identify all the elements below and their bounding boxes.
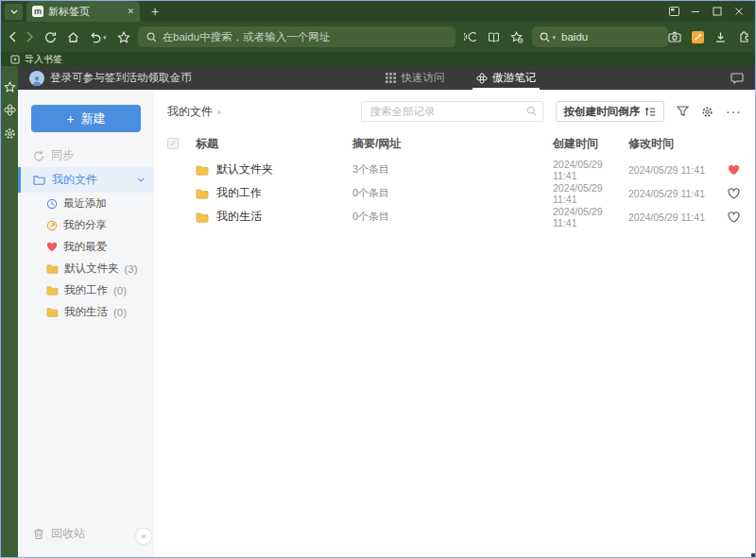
download-icon[interactable] [714, 31, 727, 43]
chevron-down-icon: ▾ [103, 34, 107, 41]
maximize-button[interactable] [711, 5, 724, 18]
filter-funnel-icon[interactable] [677, 106, 689, 117]
tab-label: 傲游笔记 [492, 71, 536, 85]
search-engine-label: baidu [561, 31, 588, 42]
favorite-heart-icon[interactable] [723, 211, 742, 223]
tab-close-icon[interactable]: ✕ [127, 7, 134, 16]
forward-icon[interactable] [26, 31, 34, 42]
new-tab-button[interactable]: + [151, 4, 159, 19]
row-title: 我的生活 [216, 209, 262, 225]
search-icon [540, 32, 550, 42]
item-label: 最近添加 [63, 196, 107, 211]
quick-search-box[interactable]: ▾ baidu [532, 26, 668, 47]
sort-order-button[interactable]: 按创建时间倒序 [556, 101, 665, 122]
item-label: 我的工作 [64, 283, 108, 297]
new-note-button[interactable]: + 新建 [31, 105, 141, 132]
item-label: 我的生活 [64, 305, 108, 319]
row-created: 2024/05/29 11:41 [553, 182, 628, 205]
sidebar-item-default-folder[interactable]: 默认文件夹 (3) [18, 258, 154, 279]
collapse-sidebar-button[interactable]: « [136, 529, 151, 544]
sidebar-item-life-folder[interactable]: 我的生活 (0) [18, 301, 154, 323]
extensions-icon[interactable] [737, 31, 749, 43]
window-controls [667, 5, 755, 18]
sidebar-item-work-folder[interactable]: 我的工作 (0) [18, 279, 154, 301]
note-content: 我的文件 › 按创建时间倒序 [154, 90, 755, 557]
breadcrumb[interactable]: 我的文件 › [167, 104, 221, 120]
resize-grip[interactable] [751, 553, 755, 557]
folder-icon [46, 307, 59, 317]
tab-bar: m 新标签页 ✕ + [1, 1, 755, 22]
folder-icon [196, 188, 209, 199]
sidebar-item-shares[interactable]: 我的分享 [18, 214, 154, 236]
clock-icon [46, 198, 58, 210]
table-row[interactable]: 我的工作 0个条目 2024/05/29 11:41 2024/05/29 11… [154, 181, 755, 205]
favorite-heart-icon[interactable] [723, 164, 742, 176]
item-label: 我的分享 [63, 218, 107, 232]
row-summary: 0个条目 [352, 186, 553, 200]
reading-mode-icon[interactable] [488, 32, 500, 42]
login-text: 登录可参与签到活动领取金币 [50, 71, 192, 85]
undo-close-tab-button[interactable]: ▾ [90, 31, 107, 43]
import-bookmarks-icon [10, 55, 20, 64]
screenshot-camera-icon[interactable] [668, 31, 681, 42]
reload-icon[interactable] [44, 31, 57, 43]
side-rail [1, 66, 18, 557]
maxthon-note-app: 登录可参与签到活动领取金币 快速访问 傲游笔记 [1, 66, 755, 557]
add-favorite-icon[interactable] [510, 31, 524, 43]
table-row[interactable]: 我的生活 0个条目 2024/05/29 11:41 2024/05/29 11… [154, 205, 755, 228]
tab-quick-access[interactable]: 快速访问 [386, 66, 444, 90]
tab-list-dropdown-button[interactable] [5, 4, 23, 20]
recycle-bin-button[interactable]: 回收站 [18, 522, 154, 546]
settings-gear-icon[interactable] [701, 106, 713, 118]
col-created: 创建时间 [553, 136, 628, 152]
favorite-heart-icon[interactable] [723, 188, 742, 199]
col-title: 标题 [182, 136, 352, 152]
feedback-bubble-icon[interactable] [730, 73, 744, 84]
toolbar-right-icons [668, 31, 756, 43]
item-count: (0) [113, 285, 127, 296]
sidebar-item-my-files[interactable]: 我的文件 [18, 167, 154, 193]
notes-clover-icon[interactable] [4, 104, 16, 116]
table-header: ✓ 标题 摘要/网址 创建时间 修改时间 [154, 129, 755, 158]
favorite-star-icon[interactable] [117, 31, 130, 43]
search-engine-dropdown-icon[interactable]: ▾ [553, 34, 557, 41]
login-banner[interactable]: 登录可参与签到活动领取金币 [29, 71, 192, 86]
settings-gear-icon[interactable] [4, 127, 16, 140]
item-count: (3) [125, 263, 138, 275]
more-options-icon[interactable]: ··· [726, 104, 742, 119]
recycle-bin-label: 回收站 [51, 526, 85, 542]
browser-tab-new-tab[interactable]: m 新标签页 ✕ [26, 1, 140, 22]
row-modified: 2024/05/29 11:41 [628, 211, 723, 223]
browser-toolbar: ▾ 在baidu中搜索，或者输入一个网址 ▾ baidu [1, 22, 755, 52]
tab-maxnote[interactable]: 傲游笔记 [476, 66, 536, 90]
import-bookmarks-button[interactable]: 导入书签 [25, 53, 62, 66]
address-bar[interactable]: 在baidu中搜索，或者输入一个网址 [138, 26, 455, 47]
record-search-input[interactable] [361, 101, 543, 122]
sidebar-item-recent[interactable]: 最近添加 [18, 193, 154, 214]
favorites-star-icon[interactable] [4, 81, 16, 93]
plus-icon: + [66, 111, 74, 127]
home-icon[interactable] [67, 31, 79, 43]
back-icon[interactable] [9, 31, 16, 42]
sidebar-item-favorites[interactable]: 我的最爱 [18, 236, 154, 258]
close-window-button[interactable] [732, 5, 746, 18]
grid-icon [386, 73, 396, 83]
browser-window: m 新标签页 ✕ + [0, 0, 756, 558]
sort-order-label: 按创建时间倒序 [564, 105, 641, 119]
trash-icon [33, 528, 44, 540]
search-icon [526, 106, 537, 116]
table-row[interactable]: 默认文件夹 3个条目 2024/05/29 11:41 2024/05/29 1… [154, 158, 755, 181]
avatar [29, 71, 44, 86]
col-summary: 摘要/网址 [352, 136, 553, 152]
voice-read-icon[interactable] [464, 31, 477, 42]
row-title: 默认文件夹 [216, 161, 273, 178]
row-modified: 2024/05/29 11:41 [628, 164, 723, 176]
row-summary: 0个条目 [352, 210, 553, 224]
select-all-checkbox[interactable]: ✓ [167, 138, 179, 149]
row-modified: 2024/05/29 11:41 [628, 188, 723, 199]
page-tool-icons [464, 31, 524, 43]
sync-button[interactable]: 同步 [18, 144, 154, 167]
notes-icon[interactable] [692, 31, 704, 43]
workspace-icon[interactable] [667, 5, 680, 18]
minimize-button[interactable] [689, 5, 702, 18]
